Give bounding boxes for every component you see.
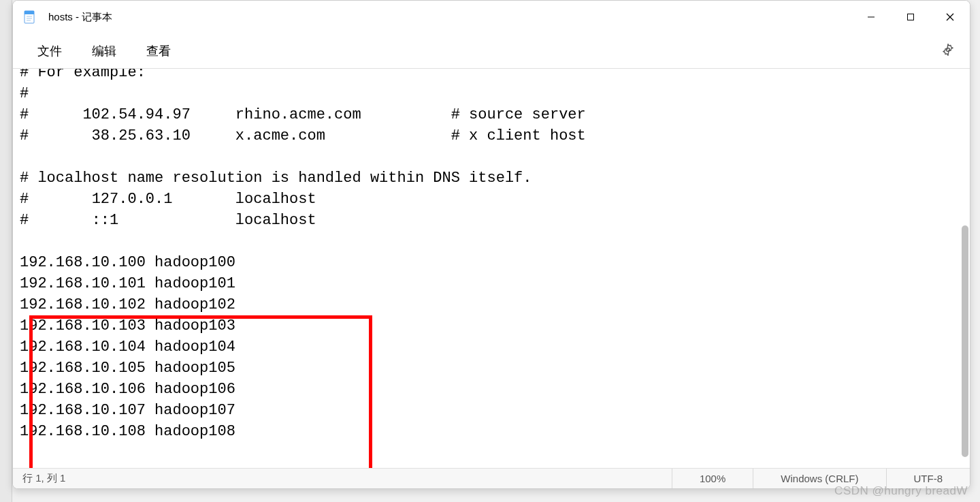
notepad-icon: [22, 10, 36, 24]
window-title: hosts - 记事本: [48, 11, 851, 24]
minimize-button[interactable]: [851, 1, 891, 33]
maximize-button[interactable]: [891, 1, 930, 33]
editor-content[interactable]: # For example: # # 102.54.94.97 rhino.ac…: [20, 69, 959, 468]
svg-point-9: [947, 48, 950, 51]
menu-view[interactable]: 查看: [131, 37, 186, 65]
close-button[interactable]: [930, 1, 970, 33]
notepad-window: hosts - 记事本 文件 编辑 查看 # For example: # #: [12, 0, 970, 489]
status-zoom[interactable]: 100%: [672, 469, 753, 488]
vertical-scrollbar[interactable]: [962, 225, 968, 457]
background-window-edge: [0, 0, 12, 502]
menu-edit[interactable]: 编辑: [77, 37, 131, 65]
menu-file[interactable]: 文件: [22, 37, 77, 65]
svg-rect-1: [24, 11, 34, 14]
menubar: 文件 编辑 查看: [13, 33, 970, 69]
text-editor-area[interactable]: # For example: # # 102.54.94.97 rhino.ac…: [13, 69, 970, 468]
titlebar[interactable]: hosts - 记事本: [13, 1, 970, 33]
window-controls: [851, 1, 970, 33]
settings-button[interactable]: [936, 37, 960, 65]
status-cursor-position: 行 1, 列 1: [13, 472, 672, 485]
statusbar: 行 1, 列 1 100% Windows (CRLF) UTF-8: [13, 468, 970, 488]
svg-rect-6: [908, 14, 914, 20]
watermark-text: CSDN @hungry breadW: [834, 484, 968, 498]
